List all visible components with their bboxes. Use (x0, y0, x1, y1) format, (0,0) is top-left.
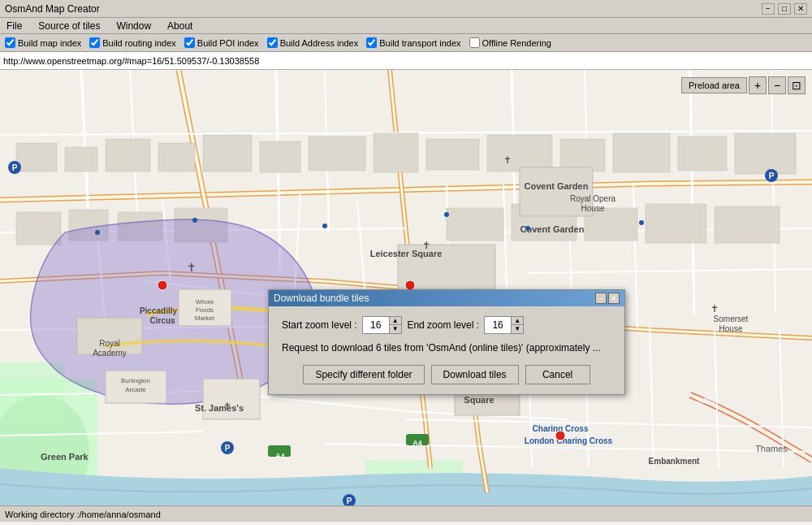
dialog-minimize-button[interactable]: − (595, 293, 607, 304)
end-zoom-up[interactable]: ▲ (512, 317, 523, 325)
dialog-info-text: Request to download 6 tiles from 'OsmAnd… (282, 342, 611, 354)
zoom-row: Start zoom level : ▲ ▼ End zoom level : (282, 316, 611, 334)
cb-build-transport-index[interactable]: Build transport index (366, 37, 460, 48)
minimize-button[interactable]: − (762, 3, 775, 15)
cb-build-routing-index[interactable]: Build routing index (89, 37, 176, 48)
titlebar-controls: − □ ✕ (762, 3, 807, 15)
url-text: http://www.openstreetmap.org/#map=16/51.… (3, 56, 259, 66)
menu-about[interactable]: About (164, 19, 196, 33)
menu-file[interactable]: File (3, 19, 25, 33)
map-container[interactable]: P P P P P Leicester Square Covent Garden… (0, 70, 812, 522)
specify-folder-button[interactable]: Specify different folder (303, 365, 424, 384)
dialog-title: Download bundle tiles (274, 293, 369, 304)
dialog-titlebar: Download bundle tiles − ✕ (269, 290, 624, 306)
end-zoom-down[interactable]: ▼ (512, 325, 523, 333)
menubar: File Source of tiles Window About (0, 18, 812, 34)
cb-build-poi-index[interactable]: Build POI index (184, 37, 259, 48)
cb-build-address-index[interactable]: Build Address index (267, 37, 359, 48)
dialog-close-button[interactable]: ✕ (608, 293, 620, 304)
end-zoom-input[interactable] (485, 319, 511, 332)
start-zoom-label: Start zoom level : (282, 319, 357, 331)
end-zoom-label: End zoom level : (407, 319, 479, 331)
start-zoom-down[interactable]: ▼ (390, 325, 401, 333)
maximize-button[interactable]: □ (778, 3, 791, 15)
download-tiles-button[interactable]: Download tiles (431, 365, 519, 384)
end-zoom-spinner[interactable]: ▲ ▼ (484, 316, 524, 334)
cb-build-map-index[interactable]: Build map index (5, 37, 81, 48)
download-bundle-tiles-dialog: Download bundle tiles − ✕ Start zoom lev… (268, 289, 625, 395)
dialog-body: Start zoom level : ▲ ▼ End zoom level : (269, 306, 624, 394)
urlbar: http://www.openstreetmap.org/#map=16/51.… (0, 52, 812, 70)
menu-window[interactable]: Window (113, 19, 154, 33)
titlebar-title: OsmAnd Map Creator (5, 3, 100, 15)
end-zoom-arrows: ▲ ▼ (511, 317, 523, 333)
titlebar: OsmAnd Map Creator − □ ✕ (0, 0, 812, 18)
dialog-buttons: Specify different folder Download tiles … (282, 365, 611, 384)
menu-source-of-tiles[interactable]: Source of tiles (35, 19, 103, 33)
start-zoom-spinner[interactable]: ▲ ▼ (362, 316, 402, 334)
start-zoom-input[interactable] (363, 319, 389, 332)
toolbar: Build map index Build routing index Buil… (0, 34, 812, 52)
start-zoom-up[interactable]: ▲ (390, 317, 401, 325)
cancel-button[interactable]: Cancel (525, 365, 590, 384)
start-zoom-arrows: ▲ ▼ (389, 317, 401, 333)
dialog-overlay: Download bundle tiles − ✕ Start zoom lev… (0, 70, 812, 522)
cb-offline-rendering[interactable]: Offline Rendering (469, 37, 551, 48)
dialog-titlebar-controls: − ✕ (595, 293, 620, 304)
close-button[interactable]: ✕ (794, 3, 807, 15)
